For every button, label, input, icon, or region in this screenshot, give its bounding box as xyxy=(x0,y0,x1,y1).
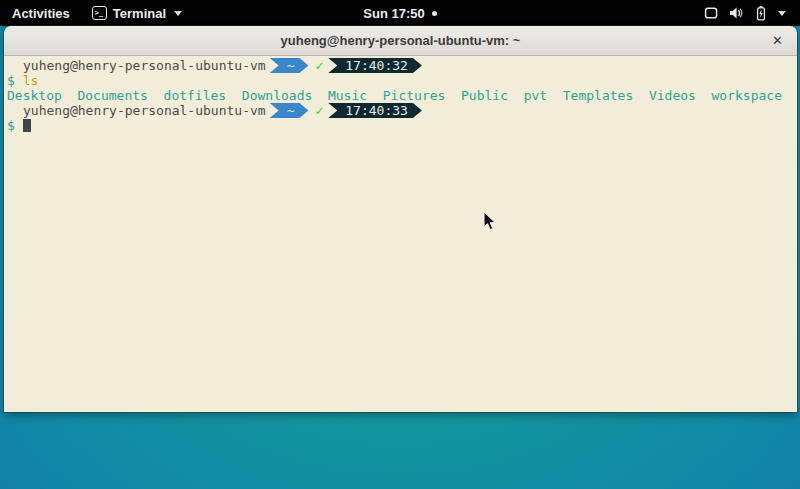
command-line: $ ls xyxy=(7,73,794,88)
clock-label[interactable]: Sun 17:50 xyxy=(363,6,424,21)
chevron-down-icon xyxy=(174,11,182,16)
prompt-line-1: yuheng@henry-personal-ubuntu-vm ~ ✓ 17:4… xyxy=(7,58,794,73)
terminal-content[interactable]: yuheng@henry-personal-ubuntu-vm ~ ✓ 17:4… xyxy=(4,56,797,412)
command-text: ls xyxy=(23,73,39,88)
prompt-status-check-icon: ✓ xyxy=(315,103,323,118)
prompt-dollar: $ xyxy=(7,73,15,88)
window-titlebar[interactable]: yuheng@henry-personal-ubuntu-vm: ~ ✕ xyxy=(4,26,797,56)
prompt-time-segment: 17:40:32 xyxy=(328,58,422,73)
directory-name: Pictures xyxy=(383,88,446,103)
directory-name: Music xyxy=(328,88,367,103)
directory-name: Downloads xyxy=(242,88,312,103)
directory-name: Public xyxy=(461,88,508,103)
system-tray-menu[interactable] xyxy=(695,0,794,26)
directory-name: workspace xyxy=(712,88,782,103)
terminal-icon: >_ xyxy=(92,6,107,20)
directory-name: Videos xyxy=(649,88,696,103)
activities-label: Activities xyxy=(12,6,70,21)
prompt-line-2: yuheng@henry-personal-ubuntu-vm ~ ✓ 17:4… xyxy=(7,103,794,118)
directory-name: pvt xyxy=(524,88,547,103)
prompt-user: yuheng@henry-personal-ubuntu-vm xyxy=(23,103,266,118)
battery-charging-icon xyxy=(753,5,769,21)
directory-name: Documents xyxy=(77,88,147,103)
prompt-time-segment: 17:40:33 xyxy=(328,103,422,118)
chevron-down-icon xyxy=(778,11,786,16)
volume-icon xyxy=(728,5,744,21)
notification-dot-icon xyxy=(432,11,437,16)
window-title: yuheng@henry-personal-ubuntu-vm: ~ xyxy=(281,33,521,48)
directory-name: Desktop xyxy=(7,88,62,103)
top-bar: Activities >_ Terminal Sun 17:50 xyxy=(0,0,800,26)
input-line: $ xyxy=(7,118,794,133)
directory-name: Templates xyxy=(563,88,633,103)
directory-name: dotfiles xyxy=(164,88,227,103)
prompt-path-segment: ~ xyxy=(270,58,309,73)
ls-output: Desktop Documents dotfiles Downloads Mus… xyxy=(7,88,794,103)
prompt-status-check-icon: ✓ xyxy=(315,58,323,73)
prompt-dollar: $ xyxy=(7,118,15,133)
app-menu-label: Terminal xyxy=(113,6,166,21)
display-icon xyxy=(703,5,719,21)
close-button[interactable]: ✕ xyxy=(772,26,783,55)
app-menu-terminal[interactable]: >_ Terminal xyxy=(82,0,192,26)
prompt-user: yuheng@henry-personal-ubuntu-vm xyxy=(23,58,266,73)
terminal-window: yuheng@henry-personal-ubuntu-vm: ~ ✕ yuh… xyxy=(4,26,797,412)
prompt-path-segment: ~ xyxy=(270,103,309,118)
activities-button[interactable]: Activities xyxy=(0,0,82,26)
terminal-cursor xyxy=(23,119,31,132)
